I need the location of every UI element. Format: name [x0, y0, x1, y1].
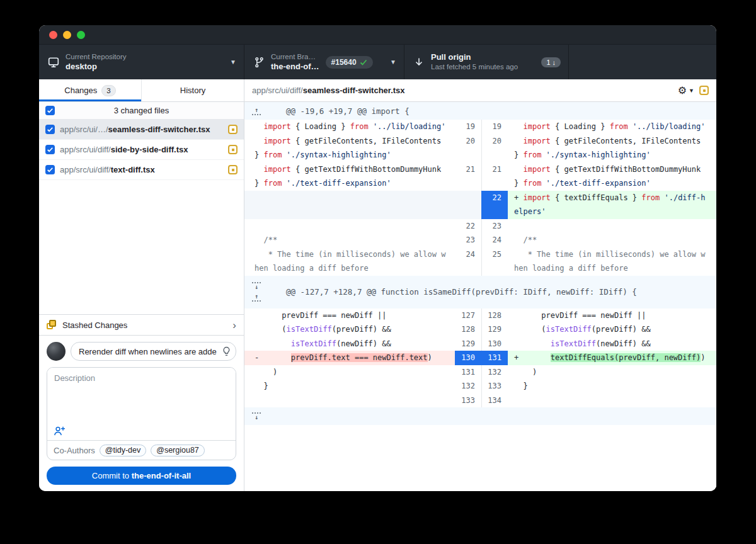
- line-number[interactable]: 127: [455, 309, 481, 323]
- file-row[interactable]: app/src/ui/diff/text-diff.tsx: [39, 160, 244, 180]
- coauthor-pill[interactable]: @tidy-dev: [100, 445, 146, 456]
- line-number[interactable]: 131: [455, 365, 481, 380]
- repo-label: Current Repository: [66, 52, 127, 61]
- line-number[interactable]: [455, 191, 481, 219]
- repo-name: desktop: [66, 62, 127, 72]
- diff-row: isTextDiff(newDiff) &&129130 isTextDiff(…: [244, 337, 716, 351]
- diff-code-cell: import { getFileContents, IFileContents}…: [244, 134, 455, 162]
- coauthor-pills: @tidy-dev@sergiou87: [100, 445, 205, 456]
- diff-row: - prevDiff.text === newDiff.text)130131+…: [244, 351, 716, 365]
- tab-history[interactable]: History: [141, 79, 244, 101]
- line-number[interactable]: 22: [455, 219, 481, 234]
- expand-up-icon[interactable]: ↑: [252, 107, 261, 115]
- changed-files-header: 3 changed files: [39, 102, 244, 120]
- chevron-down-icon: ▼: [230, 59, 236, 65]
- commit-summary-input[interactable]: [71, 342, 236, 361]
- chevron-down-icon: ▼: [390, 59, 396, 65]
- repository-switcher[interactable]: Current Repository desktop ▼: [39, 45, 244, 79]
- commit-description-box: Co-Authors @tidy-dev@sergiou87: [47, 367, 236, 460]
- file-row[interactable]: app/src/ui/diff/side-by-side-diff.tsx: [39, 140, 244, 160]
- line-number[interactable]: 21: [455, 162, 481, 191]
- coauthors-row: Co-Authors @tidy-dev@sergiou87: [47, 440, 236, 460]
- modified-status-icon: [228, 125, 238, 134]
- diff-code-cell: ): [244, 365, 455, 380]
- commit-button[interactable]: Commit to the-end-of-it-all: [47, 467, 236, 485]
- diff-code-cell: [244, 191, 455, 219]
- line-number[interactable]: 19: [481, 120, 508, 134]
- line-number[interactable]: 22: [481, 191, 508, 219]
- add-coauthor-icon[interactable]: [54, 426, 66, 436]
- close-window-button[interactable]: [49, 31, 57, 39]
- minimize-window-button[interactable]: [63, 31, 71, 39]
- pull-origin-button[interactable]: Pull origin Last fetched 5 minutes ago 1…: [404, 45, 569, 79]
- gear-icon: ⚙: [678, 86, 687, 96]
- chevron-down-icon: ▼: [689, 88, 694, 94]
- diff-code-cell: import { Loading } from '../lib/loading': [508, 120, 716, 134]
- modified-status-icon: [228, 165, 238, 174]
- file-row[interactable]: app/src/ui/…/seamless-diff-switcher.tsx: [39, 120, 244, 140]
- line-number[interactable]: 24: [481, 233, 508, 247]
- file-checkbox[interactable]: [45, 125, 55, 134]
- line-number[interactable]: 24: [455, 247, 481, 276]
- expand-up-icon[interactable]: ↑: [252, 293, 261, 302]
- line-number[interactable]: 134: [481, 394, 508, 408]
- line-number[interactable]: 132: [481, 365, 508, 380]
- file-list: app/src/ui/…/seamless-diff-switcher.tsxa…: [39, 120, 244, 180]
- changes-count-badge: 3: [101, 85, 115, 96]
- modified-status-icon: [228, 145, 238, 154]
- line-number[interactable]: 132: [455, 379, 481, 394]
- line-number[interactable]: 19: [455, 120, 481, 134]
- select-all-checkbox[interactable]: [45, 106, 55, 115]
- line-number[interactable]: 131: [481, 351, 508, 365]
- line-number[interactable]: 130: [481, 337, 508, 351]
- chevron-right-icon: ›: [232, 320, 236, 331]
- lightbulb-icon[interactable]: [222, 346, 231, 356]
- diff-row: 2223: [244, 219, 716, 234]
- file-checkbox[interactable]: [45, 145, 55, 154]
- tab-changes[interactable]: Changes 3: [39, 79, 141, 101]
- file-path: app/src/ui/…/seamless-diff-switcher.tsx: [60, 125, 223, 134]
- branch-switcher[interactable]: Current Bra… the-end-of… #15640 ▼: [244, 45, 404, 79]
- diff-code-cell: import { getTextDiffWithBottomDummyHunk}…: [244, 162, 455, 191]
- coauthor-pill[interactable]: @sergiou87: [151, 445, 205, 456]
- diff-code-cell: - prevDiff.text === newDiff.text): [244, 351, 455, 365]
- diff-body: ↑@@ -19,6 +19,7 @@ import { import { Loa…: [244, 102, 716, 491]
- diff-row: )131132 ): [244, 365, 716, 380]
- line-number[interactable]: 21: [481, 162, 508, 191]
- pr-number-badge: #15640: [326, 56, 373, 69]
- line-number[interactable]: 23: [455, 233, 481, 247]
- changes-history-tabs: Changes 3 History: [39, 79, 244, 102]
- line-number[interactable]: 133: [455, 394, 481, 408]
- line-number[interactable]: 23: [481, 219, 508, 234]
- line-number[interactable]: 25: [481, 247, 508, 276]
- changed-files-count: 3 changed files: [39, 106, 244, 115]
- diff-code-cell: [244, 219, 455, 234]
- diff-code-cell: [508, 394, 716, 408]
- diff-expander: ↓: [244, 407, 716, 425]
- repo-icon: [47, 57, 60, 68]
- diff-code-cell: }: [508, 379, 716, 394]
- diff-row: (isTextDiff(prevDiff) &&128129 (isTextDi…: [244, 322, 716, 337]
- line-number[interactable]: 128: [481, 309, 508, 323]
- zoom-window-button[interactable]: [77, 31, 85, 39]
- line-number[interactable]: 20: [455, 134, 481, 162]
- branch-label: Current Bra…: [271, 52, 319, 61]
- expand-down-icon[interactable]: ↓: [252, 282, 261, 290]
- check-icon: [360, 59, 367, 65]
- file-checkbox[interactable]: [45, 165, 55, 174]
- diff-code-cell: /**: [244, 233, 455, 247]
- commit-description-input[interactable]: [47, 368, 236, 440]
- diff-row: * The time (in milliseconds) we allow wh…: [244, 247, 716, 276]
- line-number[interactable]: 133: [481, 379, 508, 394]
- stashed-changes-row[interactable]: Stashed Changes ›: [39, 314, 244, 336]
- line-number[interactable]: 129: [455, 337, 481, 351]
- diff-options-button[interactable]: ⚙ ▼: [678, 86, 694, 96]
- line-number[interactable]: 130: [455, 351, 481, 365]
- line-number[interactable]: 20: [481, 134, 508, 162]
- diff-row: import { getFileContents, IFileContents}…: [244, 134, 716, 162]
- line-number[interactable]: 129: [481, 322, 508, 337]
- expand-down-icon[interactable]: ↓: [252, 412, 261, 421]
- coauthors-label: Co-Authors: [54, 446, 95, 455]
- pull-subtitle: Last fetched 5 minutes ago: [431, 62, 518, 71]
- line-number[interactable]: 128: [455, 322, 481, 337]
